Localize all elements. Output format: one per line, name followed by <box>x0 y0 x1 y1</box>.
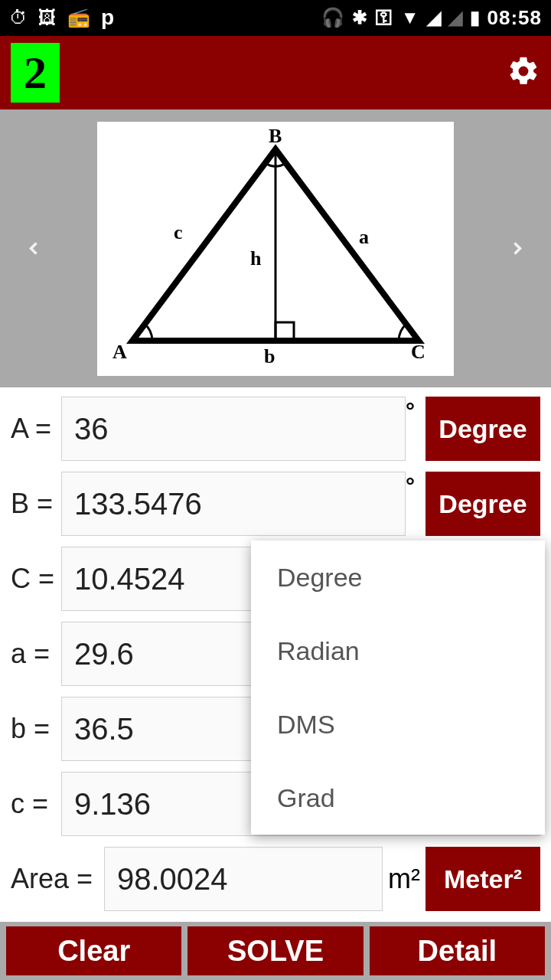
stopwatch-icon: ⏱ <box>9 7 28 28</box>
detail-button[interactable]: Detail <box>370 926 545 975</box>
symbol-A: ° <box>406 398 425 424</box>
side-c-label: c <box>174 221 183 244</box>
row-B: B = ° Degree <box>11 469 540 539</box>
solve-button[interactable]: SOLVE <box>187 926 363 975</box>
label-B: B = <box>11 488 61 520</box>
input-A[interactable] <box>61 397 406 461</box>
mode-badge[interactable]: 2 <box>11 43 60 103</box>
vertex-B-label: B <box>269 125 282 148</box>
radio-icon: 📻 <box>67 7 90 28</box>
symbol-B: ° <box>406 473 425 499</box>
bottom-bar: Clear SOLVE Detail <box>0 922 551 980</box>
app-toolbar: 2 <box>0 36 551 110</box>
p-icon: p <box>101 5 114 30</box>
wifi-icon: ▼ <box>401 7 419 28</box>
bluetooth-icon: ✱ <box>352 7 367 28</box>
diagram-area: B A C c a b h <box>0 109 551 387</box>
side-a-label: a <box>359 226 369 249</box>
signal-icon: ◢ <box>427 7 441 28</box>
row-area: Area = m² Meter² <box>11 844 540 914</box>
unit-button-area[interactable]: Meter² <box>425 847 540 911</box>
vertex-A-label: A <box>112 341 127 364</box>
angle-unit-dropdown: Degree Radian DMS Grad <box>251 541 545 835</box>
signal-2-icon: ◢ <box>448 7 462 28</box>
dropdown-item-degree[interactable]: Degree <box>251 541 545 614</box>
clear-button[interactable]: Clear <box>6 926 181 975</box>
label-area: Area = <box>11 863 104 895</box>
image-icon: 🖼 <box>38 7 57 28</box>
symbol-area: m² <box>383 863 425 895</box>
triangle-diagram: B A C c a b h <box>97 122 454 376</box>
gear-icon <box>507 54 540 88</box>
height-h-label: h <box>250 247 261 270</box>
headphones-icon: 🎧 <box>321 7 344 28</box>
prev-diagram-button[interactable] <box>8 216 60 281</box>
key-icon: ⚿ <box>375 7 393 28</box>
input-area[interactable] <box>104 847 383 911</box>
dropdown-item-grad[interactable]: Grad <box>251 761 545 835</box>
chevron-right-icon <box>507 237 528 259</box>
label-a: a = <box>11 638 61 670</box>
status-bar: ⏱ 🖼 📻 p 🎧 ✱ ⚿ ▼ ◢ ◢ ▮ 08:58 <box>0 0 551 36</box>
status-time: 08:58 <box>487 6 543 30</box>
unit-button-A[interactable]: Degree <box>425 397 540 461</box>
label-C: C = <box>11 563 61 595</box>
side-b-label: b <box>264 345 275 368</box>
input-B[interactable] <box>61 472 406 536</box>
dropdown-item-dms[interactable]: DMS <box>251 688 545 761</box>
label-A: A = <box>11 413 61 445</box>
next-diagram-button[interactable] <box>491 216 543 281</box>
row-A: A = ° Degree <box>11 394 540 464</box>
unit-button-B[interactable]: Degree <box>425 472 540 536</box>
label-c: c = <box>11 788 61 820</box>
chevron-left-icon <box>23 237 44 259</box>
vertex-C-label: C <box>411 341 425 364</box>
form-area: A = ° Degree B = ° Degree C = a = b = c … <box>0 387 551 922</box>
label-b: b = <box>11 713 61 745</box>
battery-icon: ▮ <box>470 7 480 28</box>
dropdown-item-radian[interactable]: Radian <box>251 614 545 688</box>
settings-button[interactable] <box>507 54 540 91</box>
